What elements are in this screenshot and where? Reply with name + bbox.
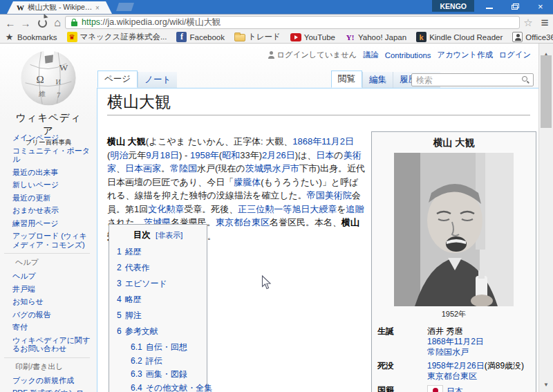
new-tab-button[interactable] — [116, 3, 134, 11]
address-bar[interactable]: https://ja.wikipedia.org/wiki/横山大観 — [65, 16, 520, 29]
personal-link[interactable]: 議論 — [363, 50, 379, 60]
profile-button[interactable]: KENGO — [432, 0, 474, 12]
namespace-tab[interactable]: ページ — [97, 71, 138, 88]
wiki-link[interactable]: 明治 — [110, 150, 128, 160]
sidebar-link[interactable]: ブックの新規作成 — [12, 376, 94, 385]
bookmark-item[interactable]: マネックス証券株式会... — [67, 32, 167, 42]
toc-item[interactable]: 6.3画集・図録 — [131, 368, 199, 380]
wiki-link[interactable]: 日本 — [447, 386, 463, 392]
tab-close-icon[interactable] — [95, 4, 100, 12]
scroll-down-arrow-icon[interactable] — [539, 377, 553, 389]
toc-item[interactable]: 1経歴 — [117, 246, 199, 258]
toc-item[interactable]: 2代表作 — [117, 262, 199, 274]
wiki-link[interactable]: 帝国美術院 — [307, 190, 352, 200]
sidebar-link[interactable]: ヘルプ — [12, 272, 94, 281]
wiki-link[interactable]: 1958年2月26日 — [427, 361, 485, 371]
sidebar-link[interactable]: メインページ — [12, 133, 94, 142]
bookmark-star-button[interactable] — [521, 15, 535, 31]
ssl-lock-icon[interactable] — [71, 21, 77, 26]
bookmark-item[interactable]: トレード — [234, 32, 281, 42]
wikipedia-logo[interactable]: W Ω И 維 7 ウィキペディア フリー百科事典 — [14, 46, 83, 147]
svg-text:И: И — [56, 78, 62, 86]
toc-item[interactable]: 6.2評伝 — [131, 355, 199, 367]
sidebar-link[interactable]: 寄付 — [12, 323, 94, 332]
url-path: ://ja.wikipedia.org/wiki/横山大観 — [100, 17, 221, 27]
toc-item[interactable]: 6.4その他文献・全集 — [131, 382, 199, 392]
personal-link[interactable]: ログイン — [499, 50, 531, 60]
browser-tab[interactable]: W 横山大観 - Wikipedia — [7, 1, 112, 14]
sidebar-link[interactable]: 井戸端 — [12, 285, 94, 294]
wiki-link[interactable]: 1868年11月2日 — [427, 337, 484, 346]
wiki-link[interactable]: 茨城県 — [245, 163, 272, 174]
sidebar-link[interactable]: ウィキペディアに関するお問い合わせ — [12, 336, 94, 353]
minimize-icon — [486, 8, 493, 9]
wiki-link[interactable]: 朦朧体 — [234, 177, 261, 187]
sidebar-link[interactable]: 最近の出来事 — [12, 168, 94, 177]
sidebar-link[interactable]: お知らせ — [12, 297, 94, 306]
wiki-link[interactable]: 11月2日 — [321, 136, 354, 147]
sidebar-link[interactable]: 新しいページ — [12, 180, 94, 189]
wiki-link[interactable]: 2月26日 — [262, 150, 295, 160]
bookmark-item[interactable]: Bookmarks — [4, 32, 57, 42]
search-icon[interactable] — [521, 75, 530, 84]
bookmark-item[interactable]: Office365 — [512, 32, 553, 42]
sidebar-link[interactable]: 練習用ページ — [12, 219, 94, 228]
bookmark-label: トレード — [248, 32, 281, 42]
bookmark-item[interactable]: Facebook — [176, 32, 225, 42]
toc-item[interactable]: 3エピソード — [117, 278, 199, 290]
sidebar-link[interactable]: PDF 形式でダウンロード — [12, 389, 94, 392]
portrait-photo[interactable] — [394, 153, 514, 306]
wiki-link[interactable]: 水戸市 — [272, 163, 299, 174]
sidebar-link[interactable]: アップロード (ウィキメディア・コモンズ) — [12, 232, 94, 249]
wiki-link[interactable]: 常陸国 — [170, 163, 197, 174]
wiki-link[interactable]: 日本 — [316, 150, 334, 160]
toc-label: 画集・図録 — [146, 369, 187, 379]
personal-link[interactable]: Contributions — [385, 51, 431, 59]
wiki-link[interactable]: 文化勲章 — [148, 204, 184, 214]
home-button[interactable] — [51, 15, 64, 31]
wiki-link[interactable]: 正三位 — [238, 204, 265, 214]
maximize-button[interactable] — [503, 0, 528, 12]
view-tab[interactable]: 閲覧 — [331, 71, 362, 88]
wiki-link[interactable]: 台東区 — [243, 217, 270, 227]
scrollbar-thumb[interactable] — [541, 55, 552, 128]
bookmark-item[interactable]: YouTube — [290, 33, 335, 41]
page-scrollbar[interactable] — [538, 44, 553, 392]
toc-item[interactable]: 6参考文献 — [117, 326, 199, 337]
wiki-link[interactable]: 追贈 — [346, 204, 364, 214]
sidebar-link[interactable]: バグの報告 — [12, 310, 94, 319]
sidebar-link[interactable]: 最近の更新 — [12, 194, 94, 203]
sidebar-link[interactable]: コミュニティ・ポータル — [12, 147, 94, 164]
bookmark-label: YouTube — [304, 33, 335, 41]
bookmark-item[interactable]: Kindle Cloud Reader — [416, 32, 503, 42]
wiki-link[interactable]: 1958年 — [190, 150, 219, 160]
sidebar-section-title: ヘルプ — [4, 253, 90, 270]
view-tab[interactable]: 編集 — [362, 72, 393, 88]
toc-item[interactable]: 6.1自伝・回想 — [131, 342, 199, 353]
toc-hide-toggle[interactable]: [非表示] — [156, 231, 182, 239]
bookmark-item[interactable]: Yahoo! Japan — [345, 32, 406, 42]
refresh-button[interactable] — [37, 15, 48, 31]
forward-button[interactable] — [19, 15, 32, 31]
wiki-link[interactable]: 1868年 — [292, 136, 321, 147]
namespace-tab[interactable]: ノート — [138, 72, 177, 88]
minimize-button[interactable] — [477, 0, 503, 12]
close-button[interactable] — [527, 0, 553, 12]
wiki-link[interactable]: 東京都台東区 — [427, 371, 477, 381]
personal-link[interactable]: ログインしていません — [268, 50, 357, 60]
wiki-link[interactable]: 常陸国水戸 — [427, 347, 469, 357]
wiki-link[interactable]: 昭和 — [222, 150, 240, 160]
page-viewport: W Ω И 維 7 ウィキペディア フリー百科事典 ログインしていません議論Co… — [0, 44, 553, 392]
sidebar-link[interactable]: おまかせ表示 — [12, 206, 94, 215]
toc-item[interactable]: 4略歴 — [117, 294, 199, 306]
wiki-link[interactable]: 9月18日 — [146, 150, 179, 160]
back-button[interactable] — [3, 15, 17, 31]
wiki-link[interactable]: 旭日大綬章 — [292, 204, 337, 214]
wiki-link[interactable]: 勲一等 — [265, 204, 292, 214]
toc-item[interactable]: 5脚注 — [117, 310, 199, 321]
personal-link[interactable]: アカウント作成 — [437, 50, 492, 60]
wiki-link[interactable]: 日本画家 — [125, 163, 161, 174]
search-input[interactable] — [412, 75, 521, 85]
chrome-menu-button[interactable] — [538, 15, 552, 31]
wiki-link[interactable]: 東京都 — [216, 217, 243, 227]
